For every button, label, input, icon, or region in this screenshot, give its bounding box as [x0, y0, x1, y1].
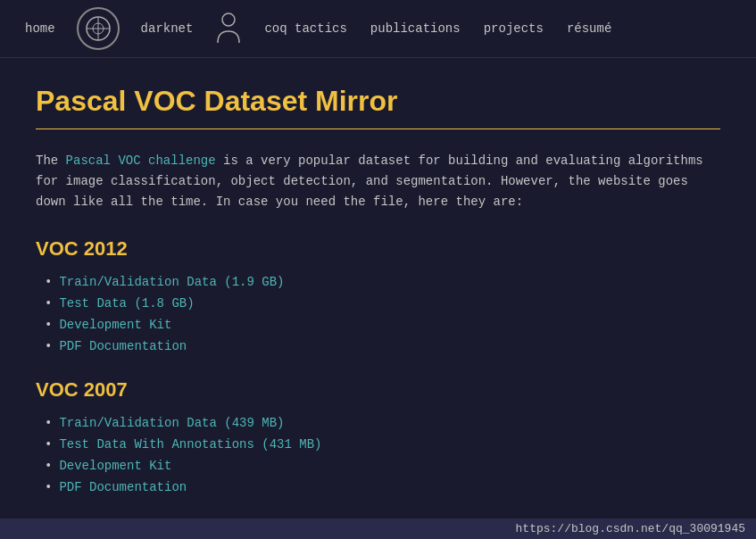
list-item: Development Kit [45, 318, 720, 332]
nav-home[interactable]: home [18, 18, 62, 39]
list-item: Development Kit [45, 459, 720, 473]
intro-paragraph: The Pascal VOC challenge is a very popul… [36, 151, 720, 212]
voc2007-list: Train/Validation Data (439 MB) Test Data… [36, 416, 720, 494]
logo-icon [85, 15, 112, 42]
pascal-voc-link[interactable]: Pascal VOC challenge [66, 153, 216, 168]
main-content: Pascal VOC Dataset Mirror The Pascal VOC… [0, 58, 756, 539]
voc2012-list: Train/Validation Data (1.9 GB) Test Data… [36, 275, 720, 353]
voc2007-pdf-link[interactable]: PDF Documentation [59, 480, 187, 494]
list-item: Train/Validation Data (439 MB) [45, 416, 720, 430]
intro-text-before: The [36, 153, 66, 168]
nav-coq-tactics[interactable]: coq tactics [257, 18, 353, 39]
voc2012-train-link[interactable]: Train/Validation Data (1.9 GB) [59, 275, 284, 289]
voc2007-devkit-link[interactable]: Development Kit [59, 459, 171, 473]
voc2012-test-link[interactable]: Test Data (1.8 GB) [59, 296, 194, 311]
navigation: home darknet coq tactics publications pr… [0, 0, 756, 58]
voc2012-pdf-link[interactable]: PDF Documentation [59, 339, 187, 353]
voc2012-heading: VOC 2012 [36, 237, 720, 261]
person-icon [214, 12, 243, 46]
list-item: Train/Validation Data (1.9 GB) [45, 275, 720, 289]
voc2007-test-link[interactable]: Test Data With Annotations (431 MB) [59, 437, 321, 452]
list-item: PDF Documentation [45, 339, 720, 353]
nav-resume[interactable]: résumé [560, 18, 619, 39]
status-url: https://blog.csdn.net/qq_30091945 [516, 522, 745, 535]
status-bar: https://blog.csdn.net/qq_30091945 [0, 518, 756, 539]
svg-point-4 [222, 13, 235, 26]
nav-darknet[interactable]: darknet [134, 18, 201, 39]
page-title: Pascal VOC Dataset Mirror [36, 85, 720, 118]
voc2007-heading: VOC 2007 [36, 378, 720, 402]
list-item: Test Data With Annotations (431 MB) [45, 437, 720, 452]
list-item: Test Data (1.8 GB) [45, 296, 720, 311]
nav-projects[interactable]: projects [477, 18, 551, 39]
voc2007-train-link[interactable]: Train/Validation Data (439 MB) [59, 416, 284, 430]
logo [77, 7, 120, 50]
voc2012-devkit-link[interactable]: Development Kit [59, 318, 171, 332]
title-divider [36, 129, 720, 129]
list-item: PDF Documentation [45, 480, 720, 494]
nav-publications[interactable]: publications [363, 18, 468, 39]
